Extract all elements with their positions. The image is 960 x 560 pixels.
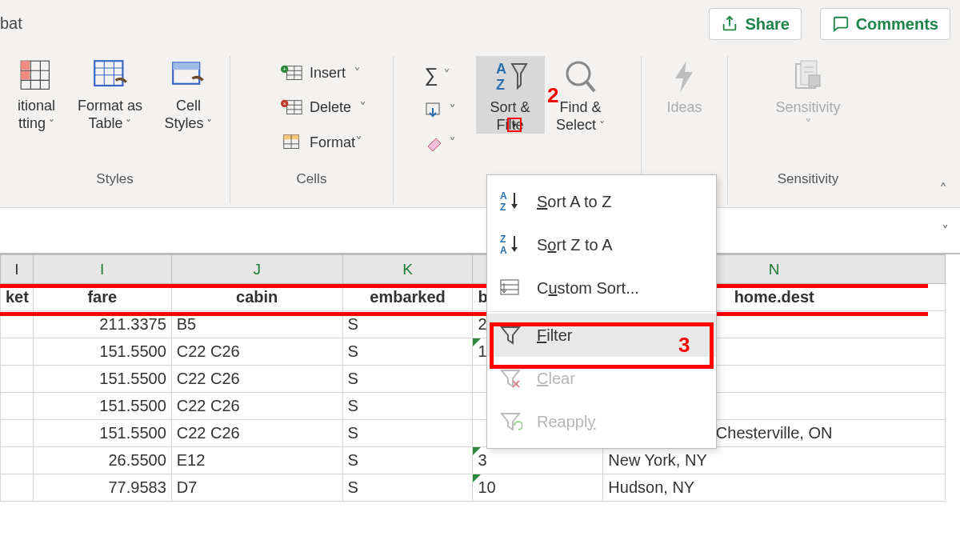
sort-filter-button[interactable]: AZ Sort &Filte [476,56,545,134]
cell[interactable] [1,474,34,502]
table-row[interactable]: 151.5500C22 C26Shesterville, ON [1,366,946,393]
custom-sort-pre: C [537,279,548,297]
cell-home[interactable]: New York, NY [603,447,946,474]
insert-button[interactable]: + Insert ˅ [281,64,366,83]
format-as-table-button[interactable]: Format asTable [67,56,154,132]
clear-underline: C [537,370,548,387]
col-header-I[interactable]: I [33,255,171,284]
cell-cabin[interactable]: E12 [171,447,342,474]
menu-sort-a-to-z[interactable]: AZ Sort A to Z [487,180,716,223]
eraser-icon [425,135,444,151]
cell-embarked[interactable]: S [342,474,473,502]
cell-cabin[interactable]: C22 C26 [171,420,342,447]
autosum-button[interactable]: ∑˅ [425,64,470,86]
annotation-3: 3 [678,333,690,358]
menu-custom-sort[interactable]: Cuustom Sort...stom Sort... [487,266,716,310]
cell[interactable] [1,338,34,366]
hdr-cabin[interactable]: cabin [171,284,342,311]
sort-az-underline: S [537,193,547,210]
cell-embarked[interactable]: S [342,338,473,366]
svg-text:+: + [282,66,286,73]
conditional-formatting-label-2: tting [18,115,46,131]
cell-boat[interactable]: 3 [473,447,603,474]
group-cells: + Insert ˅ × Delete ˅ Format ˅ Cells [230,56,394,204]
ribbon: bat Share Comments itionaltting Format a… [0,0,960,208]
table-row[interactable]: 26.5500E12S3New York, NY [1,447,946,474]
cell[interactable] [1,311,34,338]
cell-boat[interactable]: 10 [473,474,603,502]
format-button[interactable]: Format ˅ [281,133,366,152]
col-header-H[interactable]: I [1,255,34,284]
cell-embarked[interactable]: S [342,447,473,474]
fill-icon [425,102,444,119]
table-row[interactable]: 77.9583D7S10Hudson, NY [1,474,946,502]
table-row[interactable]: 151.5500C22 C26S11hesterville, ON [1,338,946,366]
svg-rect-1 [21,61,30,70]
svg-point-33 [567,62,590,85]
cell-embarked[interactable]: S [342,393,473,420]
delete-label: Delete [310,99,351,116]
table-row[interactable]: 151.5500C22 C26Shesterville, ON [1,393,946,420]
table-row[interactable]: 211.3375B5S2 [1,311,946,338]
cell-cabin[interactable]: B5 [171,311,342,338]
formula-bar[interactable]: ˅ [0,208,960,254]
cell-fare[interactable]: 77.9583 [33,474,171,502]
sensitivity-button[interactable]: Sensitivity˅ [756,56,860,134]
comments-button[interactable]: Comments [820,8,950,40]
formula-expand-icon[interactable]: ˅ [942,222,949,240]
cell-fare[interactable]: 151.5500 [33,366,171,393]
cell[interactable] [1,420,34,447]
sort-filter-icon: AZ [491,59,530,96]
fill-button[interactable]: ˅ [425,102,470,119]
svg-rect-13 [173,62,199,70]
sort-filter-label-1: Sort & [490,99,530,115]
tab-label-partial[interactable]: bat [0,14,22,33]
conditional-formatting-icon [19,59,54,94]
cell-cabin[interactable]: C22 C26 [171,393,342,420]
svg-text:A: A [496,61,506,77]
table-row[interactable]: 151.5500C22 C26SMontreal, PQ / Chestervi… [1,420,946,447]
clear-button[interactable]: ˅ [425,134,470,152]
cell[interactable] [1,447,34,474]
cell-fare[interactable]: 151.5500 [33,420,171,447]
menu-reapply: Reapply [487,400,716,443]
share-button[interactable]: Share [709,8,802,40]
hdr-ket[interactable]: ket [1,284,34,311]
col-header-K[interactable]: K [342,255,473,284]
cell-styles-icon [171,59,206,94]
svg-rect-7 [94,61,122,86]
cell-embarked[interactable]: S [342,311,473,338]
sensitivity-label: Sensitivity [775,99,840,115]
ribbon-groups: itionaltting Format asTable CellStyles S… [0,56,960,204]
cell-embarked[interactable]: S [342,366,473,393]
cell-cabin[interactable]: C22 C26 [171,366,342,393]
ideas-button[interactable]: Ideas [646,56,723,117]
svg-rect-39 [809,75,820,86]
cell-fare[interactable]: 151.5500 [33,393,171,420]
cell-fare[interactable]: 26.5500 [33,447,171,474]
hdr-fare[interactable]: fare [33,284,171,311]
table-header-row[interactable]: ket fare cabin embarked bo home.dest [1,284,946,311]
menu-sort-z-to-a[interactable]: ZA Sort Z to A [487,223,716,266]
cell-cabin[interactable]: D7 [171,474,342,502]
cell[interactable] [1,393,34,420]
cell-embarked[interactable]: S [342,420,473,447]
hdr-embarked[interactable]: embarked [342,284,473,311]
group-label-sensitivity: Sensitivity [778,168,839,189]
spreadsheet-table[interactable]: I I J K L N ket fare cabin embarked bo h… [0,254,946,502]
cell-cabin[interactable]: C22 C26 [171,338,342,366]
conditional-formatting-button[interactable]: itionaltting [6,56,67,132]
cell[interactable] [1,366,34,393]
ideas-label: Ideas [666,99,702,115]
sort-filter-menu: AZ Sort A to Z ZA Sort Z to A Cuustom So… [486,174,717,449]
cell-styles-button[interactable]: CellStyles [154,56,224,132]
delete-button[interactable]: × Delete ˅ [281,98,366,118]
cell-fare[interactable]: 151.5500 [33,338,171,366]
sort-filter-dropdown-arrow[interactable] [507,118,522,132]
group-styles: itionaltting Format asTable CellStyles S… [0,56,230,204]
cell-home[interactable]: Hudson, NY [603,474,946,502]
cell-fare[interactable]: 211.3375 [33,311,171,338]
collapse-ribbon-icon[interactable]: ˄ [939,180,947,199]
col-header-J[interactable]: J [171,255,342,284]
format-icon [281,133,303,152]
